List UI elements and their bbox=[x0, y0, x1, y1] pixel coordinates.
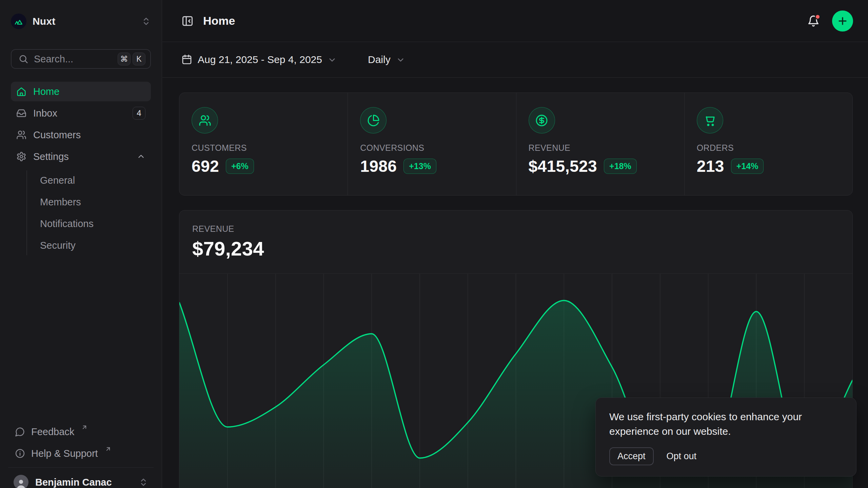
calendar-icon bbox=[181, 54, 192, 65]
stat-value: 692 bbox=[192, 157, 219, 176]
stat-delta-badge: +14% bbox=[731, 159, 764, 174]
sidebar-divider bbox=[8, 467, 154, 468]
sidebar-item-label: Inbox bbox=[33, 108, 57, 119]
k-key-badge: K bbox=[133, 53, 145, 65]
stats-row: CUSTOMERS 692 +6% CONVERSIONS 1986 bbox=[179, 93, 853, 196]
sidebar-item-customers[interactable]: Customers bbox=[11, 125, 151, 145]
dashboard-app: Nuxt Search... ⌘ K bbox=[0, 0, 868, 488]
sidebar: Nuxt Search... ⌘ K bbox=[0, 0, 162, 488]
search-placeholder: Search... bbox=[34, 54, 73, 65]
inbox-icon bbox=[16, 108, 26, 118]
sidebar-collapse-icon[interactable] bbox=[181, 15, 194, 27]
feedback-link[interactable]: Feedback bbox=[11, 422, 151, 442]
stat-value: 213 bbox=[697, 157, 724, 176]
chevron-down-icon bbox=[328, 55, 337, 64]
chevrons-up-down-icon bbox=[141, 17, 151, 26]
chart-title: REVENUE bbox=[192, 224, 852, 234]
stat-card-orders: ORDERS 213 +14% bbox=[684, 93, 852, 195]
stat-value: 1986 bbox=[360, 157, 397, 176]
stat-card-conversions: CONVERSIONS 1986 +13% bbox=[348, 93, 516, 195]
sidebar-item-inbox[interactable]: Inbox 4 bbox=[11, 103, 151, 123]
external-link-icon bbox=[81, 424, 88, 431]
sidebar-item-label: Settings bbox=[33, 151, 69, 162]
plus-icon bbox=[837, 15, 848, 27]
pie-chart-icon bbox=[360, 107, 387, 134]
add-button[interactable] bbox=[832, 11, 853, 32]
stat-delta-badge: +13% bbox=[403, 159, 436, 174]
accept-cookies-button[interactable]: Accept bbox=[609, 447, 654, 465]
sidebar-item-general[interactable]: General bbox=[36, 170, 151, 190]
notification-dot bbox=[815, 14, 821, 20]
sub-item-label: Notifications bbox=[40, 218, 94, 229]
help-support-link[interactable]: Help & Support bbox=[11, 444, 151, 463]
message-circle-icon bbox=[15, 427, 25, 437]
inbox-count-badge: 4 bbox=[133, 107, 145, 120]
settings-submenu: General Members Notifications Security bbox=[26, 170, 151, 255]
user-menu[interactable]: Benjamin Canac bbox=[11, 472, 151, 488]
chart-total-value: $79,234 bbox=[192, 237, 852, 260]
chevron-down-icon bbox=[396, 55, 405, 64]
search-icon bbox=[18, 54, 28, 64]
cmd-key-badge: ⌘ bbox=[118, 53, 131, 65]
notifications-button[interactable] bbox=[807, 15, 820, 27]
footer-link-label: Help & Support bbox=[31, 448, 98, 459]
info-circle-icon bbox=[15, 448, 25, 459]
home-icon bbox=[16, 86, 26, 97]
user-name: Benjamin Canac bbox=[35, 477, 112, 488]
stat-card-customers: CUSTOMERS 692 +6% bbox=[179, 93, 348, 195]
filter-bar: Aug 21, 2025 - Sep 4, 2025 Daily bbox=[162, 42, 868, 78]
stat-label: REVENUE bbox=[529, 143, 684, 153]
stat-delta-badge: +18% bbox=[604, 159, 637, 174]
users-icon bbox=[16, 130, 26, 140]
dollar-circle-icon bbox=[529, 107, 555, 134]
topbar: Home bbox=[162, 0, 868, 42]
date-range-label: Aug 21, 2025 - Sep 4, 2025 bbox=[198, 54, 322, 65]
sidebar-nav: Home Inbox 4 bbox=[11, 82, 151, 255]
footer-link-label: Feedback bbox=[31, 426, 74, 438]
optout-cookies-button[interactable]: Opt out bbox=[667, 451, 697, 462]
search-shortcut: ⌘ K bbox=[118, 53, 145, 65]
stat-label: CONVERSIONS bbox=[360, 143, 516, 153]
gear-icon bbox=[16, 151, 26, 162]
shopping-cart-icon bbox=[697, 107, 723, 134]
sidebar-item-label: Customers bbox=[33, 129, 81, 141]
sidebar-item-settings[interactable]: Settings bbox=[11, 147, 151, 166]
brand-name: Nuxt bbox=[33, 16, 55, 27]
sidebar-item-notifications[interactable]: Notifications bbox=[36, 214, 151, 233]
stat-label: CUSTOMERS bbox=[192, 143, 348, 153]
sidebar-item-security[interactable]: Security bbox=[36, 236, 151, 255]
sub-item-label: Members bbox=[40, 197, 81, 208]
chevron-up-icon bbox=[137, 152, 145, 161]
sidebar-item-members[interactable]: Members bbox=[36, 192, 151, 212]
sidebar-item-home[interactable]: Home bbox=[11, 82, 151, 101]
cookie-message: We use first-party cookies to enhance yo… bbox=[609, 409, 826, 439]
sidebar-item-label: Home bbox=[33, 86, 59, 97]
stat-value: $415,523 bbox=[529, 157, 597, 176]
nuxt-logo-icon bbox=[11, 14, 26, 29]
cookie-banner: We use first-party cookies to enhance yo… bbox=[595, 398, 856, 476]
search-input[interactable]: Search... ⌘ K bbox=[11, 49, 151, 69]
granularity-select[interactable]: Daily bbox=[368, 54, 405, 65]
stat-label: ORDERS bbox=[697, 143, 852, 153]
granularity-label: Daily bbox=[368, 54, 391, 65]
sub-item-label: General bbox=[40, 175, 75, 186]
workspace-switcher[interactable]: Nuxt bbox=[11, 12, 151, 31]
external-link-icon bbox=[105, 446, 112, 452]
chevrons-up-down-icon bbox=[139, 477, 148, 487]
sidebar-footer: Feedback Help & Support bbox=[11, 422, 151, 488]
date-range-picker[interactable]: Aug 21, 2025 - Sep 4, 2025 bbox=[181, 54, 337, 65]
stat-delta-badge: +6% bbox=[226, 159, 254, 174]
sub-item-label: Security bbox=[40, 240, 76, 251]
page-title: Home bbox=[203, 14, 235, 27]
users-icon bbox=[192, 107, 218, 134]
avatar bbox=[14, 475, 28, 488]
stat-card-revenue: REVENUE $415,523 +18% bbox=[516, 93, 684, 195]
